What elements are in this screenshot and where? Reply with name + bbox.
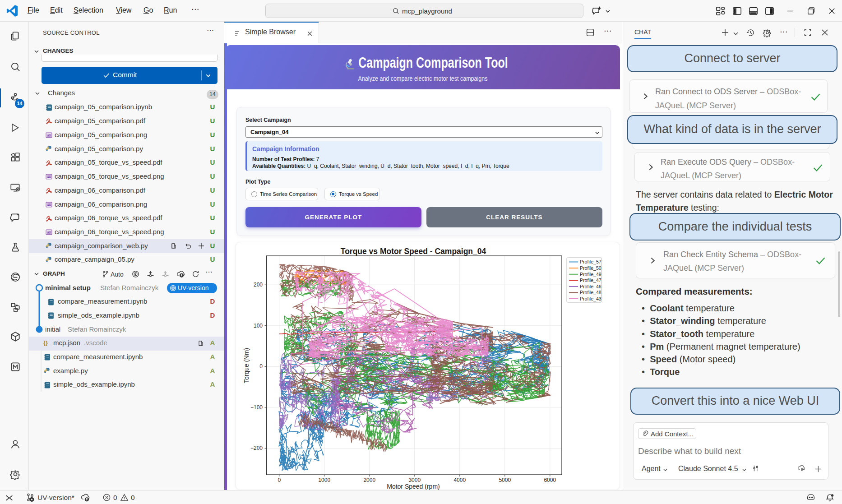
svg-text:Profile_57: Profile_57	[580, 259, 601, 264]
svg-text:100: 100	[254, 323, 263, 329]
svg-text:Motor Speed (rpm): Motor Speed (rpm)	[387, 483, 440, 490]
svg-text:5000: 5000	[499, 477, 511, 483]
svg-text:Profile_50: Profile_50	[580, 265, 601, 271]
svg-text:Profile_47: Profile_47	[580, 277, 601, 283]
svg-text:2000: 2000	[363, 477, 375, 483]
svg-text:Torque (Nm): Torque (Nm)	[243, 348, 250, 383]
svg-text:6000: 6000	[544, 477, 556, 483]
svg-text:4000: 4000	[453, 477, 466, 483]
svg-text:Profile_46: Profile_46	[580, 284, 601, 289]
svg-text:Profile_49: Profile_49	[580, 272, 601, 277]
svg-text:0: 0	[259, 363, 263, 370]
svg-text:0: 0	[278, 477, 281, 483]
svg-text:Profile_48: Profile_48	[580, 290, 601, 295]
svg-text:Torque vs Motor Speed - Campai: Torque vs Motor Speed - Campaign_04	[341, 247, 486, 256]
svg-text:200: 200	[254, 282, 263, 288]
svg-text:1000: 1000	[318, 477, 330, 483]
svg-text:3000: 3000	[408, 477, 421, 483]
svg-text:Profile_43: Profile_43	[580, 296, 601, 301]
svg-text:−100: −100	[250, 404, 263, 411]
svg-text:−200: −200	[250, 445, 263, 451]
